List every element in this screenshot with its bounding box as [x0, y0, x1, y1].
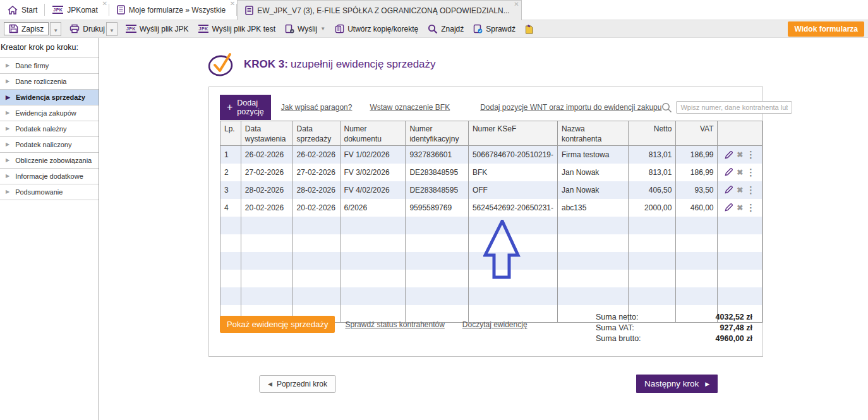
- next-step-label: Następny krok: [644, 379, 699, 388]
- close-icon[interactable]: ✕: [514, 1, 519, 8]
- cell-netto: 813,01: [628, 164, 676, 181]
- tab-label: JPKomat: [67, 6, 98, 15]
- sidebar-item-podsumowanie[interactable]: ▶Podsumowanie: [0, 184, 99, 200]
- add-wnt-import-link[interactable]: Dodaj pozycje WNT oraz importu do ewiden…: [480, 103, 661, 112]
- form-icon: [245, 6, 253, 15]
- print-button[interactable]: Drukuj: [69, 24, 105, 33]
- form-view-button[interactable]: Widok formularza: [788, 21, 864, 37]
- pencil-icon[interactable]: [724, 203, 733, 212]
- home-icon: [8, 6, 18, 15]
- search-input[interactable]: [676, 101, 792, 114]
- reload-register-link[interactable]: Doczytaj ewidencję: [462, 320, 527, 329]
- send-jpk-test-button[interactable]: JPK Wyślij plik JPK test: [198, 25, 275, 33]
- kebab-menu-icon[interactable]: ⋮: [746, 149, 756, 160]
- table-row[interactable]: 3 28-02-2026 28-02-2026 FV 4/02/2026 DE2…: [220, 181, 763, 199]
- close-icon[interactable]: ✕: [102, 1, 107, 7]
- pencil-icon[interactable]: [724, 185, 733, 195]
- check-button[interactable]: Sprawdź: [473, 24, 515, 33]
- cell-data-sprzedazy: 28-02-2026: [292, 181, 340, 199]
- cell-numer-ksef: 5066784670-20510219-: [468, 146, 557, 164]
- close-icon[interactable]: ✕: [230, 1, 235, 7]
- insert-bfk-link[interactable]: Wstaw oznaczenie BFK: [370, 103, 450, 112]
- next-step-button[interactable]: Następny krok ▶: [636, 375, 718, 393]
- empty-row: [220, 287, 763, 305]
- copy-correction-button[interactable]: Utwórz kopię/korektę: [335, 24, 418, 33]
- search-icon: [661, 102, 672, 113]
- find-button[interactable]: Znajdź: [428, 24, 464, 34]
- triangle-icon: ▶: [6, 63, 9, 68]
- cell-nazwa-kontrahenta: Jan Nowak: [558, 181, 629, 199]
- cell-vat: 186,99: [676, 164, 718, 181]
- floppy-icon: [9, 24, 18, 33]
- sidebar-item-obliczenie-zobowiazania[interactable]: ▶Obliczenie zobowiązania: [0, 153, 99, 169]
- x-icon[interactable]: ✖: [737, 150, 743, 159]
- sum-vat-label: Suma VAT:: [596, 323, 634, 332]
- sidebar-item-label: Podatek naliczony: [15, 141, 71, 148]
- empty-row: [220, 217, 763, 234]
- sidebar-item-informacje-dodatkowe[interactable]: ▶Informacje dodatkowe: [0, 169, 99, 184]
- sidebar-item-podatek-nalezny[interactable]: ▶Podatek należny: [0, 121, 99, 137]
- save-label: Zapisz: [21, 25, 44, 33]
- panel-toolbar: + Dodaj pozycję Jak wpisać paragon? Wsta…: [220, 95, 752, 120]
- tab-moje-formularze[interactable]: Moje formularze » Wszystkie ✕: [109, 0, 237, 20]
- sidebar-item-podatek-naliczony[interactable]: ▶Podatek naliczony: [0, 137, 99, 153]
- add-item-button[interactable]: + Dodaj pozycję: [220, 95, 271, 120]
- cell-netto: 813,01: [628, 146, 676, 164]
- tab-jpkomat[interactable]: JPK JPKomat ✕: [45, 0, 109, 20]
- sidebar-item-label: Podatek należny: [15, 125, 66, 133]
- x-icon[interactable]: ✖: [737, 168, 743, 177]
- sidebar-item-label: Ewidencja zakupów: [15, 109, 76, 117]
- send-button[interactable]: Wyślij ▼: [285, 24, 325, 33]
- add-item-label: Dodaj pozycję: [237, 99, 263, 116]
- x-icon[interactable]: ✖: [737, 203, 743, 212]
- cell-vat: 93,50: [676, 181, 718, 199]
- sidebar-item-label: Obliczenie zobowiązania: [15, 157, 92, 164]
- sidebar-item-dane-rozliczenia[interactable]: ▶Dane rozliczenia: [0, 74, 99, 90]
- cell-numer-identyfikacyjny: DE283848595: [406, 181, 468, 199]
- kebab-menu-icon[interactable]: ⋮: [746, 202, 756, 213]
- send-jpk-button[interactable]: JPK Wyślij plik JPK: [126, 25, 189, 33]
- chevron-down-icon: ▼: [109, 28, 114, 33]
- tab-label: Moje formularze » Wszystkie: [129, 6, 226, 15]
- clipboard-button[interactable]: [525, 24, 533, 34]
- check-contractor-status-link[interactable]: Sprawdź status kontrahentów: [345, 320, 444, 329]
- pencil-icon[interactable]: [724, 150, 733, 160]
- x-icon[interactable]: ✖: [737, 186, 743, 195]
- tab-start[interactable]: Start: [0, 0, 45, 20]
- sidebar-item-ewidencja-zakupow[interactable]: ▶Ewidencja zakupów: [0, 105, 99, 121]
- sidebar-item-label: Podsumowanie: [15, 188, 63, 196]
- sidebar-item-label: Dane firmy: [15, 62, 49, 69]
- table-row[interactable]: 4 20-02-2026 20-02-2026 6/2026 959558976…: [220, 199, 763, 217]
- sidebar-item-label: Ewidencja sprzedaży: [16, 93, 85, 101]
- save-button[interactable]: Zapisz: [4, 22, 49, 35]
- cell-data-wystawienia: 27-02-2026: [241, 164, 292, 181]
- show-sales-register-button[interactable]: Pokaż ewidencję sprzedaży: [220, 316, 335, 333]
- triangle-icon: ▶: [6, 126, 9, 131]
- save-dropdown-button[interactable]: ▼: [50, 22, 61, 36]
- how-to-enter-receipt-link[interactable]: Jak wpisać paragon?: [281, 103, 353, 112]
- triangle-icon: ▶: [6, 189, 9, 195]
- empty-row: [220, 234, 763, 252]
- sum-brutto-row: Suma brutto:4960,00 zł: [596, 334, 752, 343]
- pencil-icon[interactable]: [724, 167, 733, 177]
- sum-netto-row: Suma netto:4032,52 zł: [596, 313, 752, 321]
- sidebar-heading: Kreator krok po kroku:: [0, 40, 99, 58]
- search-icon: [428, 24, 438, 34]
- sidebar-item-ewidencja-sprzedazy[interactable]: ▶Ewidencja sprzedaży: [0, 90, 99, 105]
- column-header-numer-dokumentu: Numer dokumentu: [340, 121, 406, 146]
- content-area: Kreator krok po kroku: ▶Dane firmy ▶Dane…: [0, 38, 868, 420]
- print-dropdown-button[interactable]: ▼: [106, 22, 118, 36]
- table-row[interactable]: 1 26-02-2026 26-02-2026 FV 1/02/2026 932…: [220, 146, 763, 164]
- previous-step-button[interactable]: ◀ Poprzedni krok: [259, 375, 336, 393]
- cell-lp: 3: [220, 181, 241, 199]
- tab-ew-jpk-v7[interactable]: EW_JPK_V7 (3), E-FILE SPÓŁKA Z OGRANICZO…: [237, 0, 521, 20]
- printer-icon: [69, 24, 80, 33]
- sidebar-item-dane-firmy[interactable]: ▶Dane firmy: [0, 58, 99, 74]
- empty-row: [220, 270, 763, 287]
- kebab-menu-icon[interactable]: ⋮: [746, 184, 756, 196]
- main-toolbar: Zapisz ▼ Drukuj ▼ JPK Wyślij plik JPK JP…: [0, 20, 868, 38]
- kebab-menu-icon[interactable]: ⋮: [746, 167, 756, 178]
- table-row[interactable]: 2 27-02-2026 27-02-2026 FV 3/02/2026 DE2…: [220, 164, 763, 181]
- find-label: Znajdź: [441, 25, 464, 33]
- column-header-actions: [718, 121, 763, 146]
